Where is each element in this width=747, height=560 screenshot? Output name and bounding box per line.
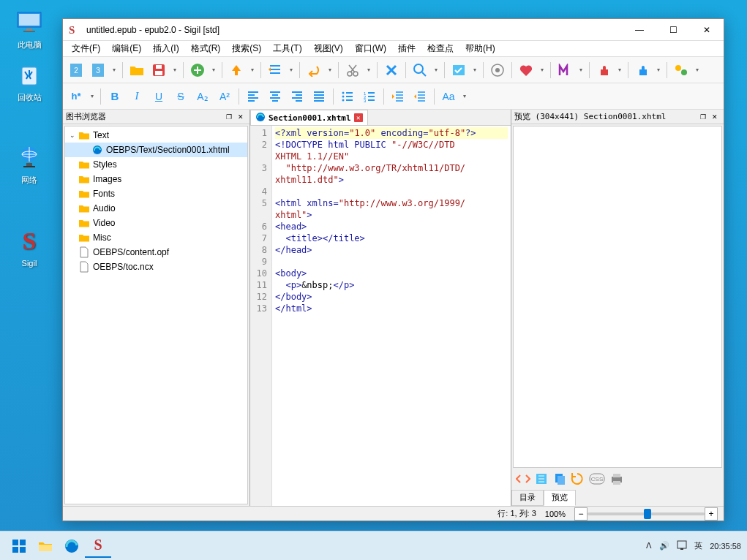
desktop-icon-recycle-bin[interactable]: 回收站 [7,60,51,103]
float-panel-icon[interactable]: ❐ [223,111,235,123]
desktop-icon-network[interactable]: 网络 [7,143,51,186]
menu-format[interactable]: 格式(R) [185,41,227,56]
code-view-icon[interactable] [516,473,530,487]
desktop-icon-this-pc[interactable]: 此电脑 [7,7,51,50]
indent-icon[interactable] [265,60,285,80]
close-panel-icon[interactable]: ✕ [235,111,247,123]
start-button[interactable] [6,534,32,558]
dropdown-icon[interactable]: ▾ [615,60,624,80]
open-folder-icon[interactable] [127,60,147,80]
tree-item[interactable]: OEBPS/Text/Section0001.xhtml [65,143,247,157]
minimize-button[interactable]: — [623,19,656,41]
tools-icon[interactable] [671,60,691,80]
search-icon[interactable] [410,60,430,80]
desktop-icon-sigil[interactable]: S Sigil [7,227,51,268]
panel-header[interactable]: 预览 (304x441) Section0001.xhtml ❐ ✕ [511,110,724,124]
align-left-icon[interactable] [243,86,263,107]
italic-button[interactable]: I [127,86,147,107]
target-icon[interactable] [487,60,508,80]
task-edge[interactable] [59,534,85,558]
underline-button[interactable]: U [149,86,169,107]
zoom-in-button[interactable]: + [705,507,718,521]
metadata-icon[interactable] [555,60,575,80]
subscript-button[interactable]: A₂ [192,86,213,107]
editor-tab[interactable]: Section0001.xhtml ✕ [250,110,368,125]
css-icon[interactable]: CSS [589,473,605,487]
maximize-button[interactable]: ☐ [656,19,690,41]
dropdown-icon[interactable]: ▾ [364,60,373,80]
case-button[interactable]: Aa [438,86,459,107]
tray-ime[interactable]: 英 [694,540,702,551]
refresh-icon[interactable] [570,472,585,488]
zoom-slider[interactable] [588,512,705,515]
tree-item[interactable]: Misc [65,230,247,245]
close-tab-icon[interactable]: ✕ [354,113,363,122]
dropdown-icon[interactable]: ▾ [248,60,257,80]
menu-edit[interactable]: 编辑(E) [106,41,147,56]
list-bullet-icon[interactable] [337,86,358,107]
dropdown-icon[interactable]: ▾ [88,86,97,107]
menu-window[interactable]: 窗口(W) [349,41,392,56]
cut-icon[interactable] [342,60,363,80]
float-panel-icon[interactable]: ❐ [697,111,709,123]
task-sigil[interactable]: S [85,534,111,558]
dropdown-icon[interactable]: ▾ [209,60,218,80]
task-explorer[interactable] [32,534,59,558]
panel-header[interactable]: 图书浏览器 ❐ ✕ [63,110,249,124]
tree-item[interactable]: Images [65,172,247,186]
tray-volume-icon[interactable]: 🔊 [659,541,669,550]
tab-preview[interactable]: 预览 [544,490,576,506]
code-editor[interactable]: 12345678910111213 <?xml version="1.0" en… [250,126,511,506]
tree-item[interactable]: Styles [65,157,247,172]
menu-help[interactable]: 帮助(H) [459,41,501,56]
dropdown-icon[interactable]: ▾ [170,60,179,80]
dropdown-icon[interactable]: ▾ [693,60,702,80]
close-panel-icon[interactable]: ✕ [709,111,721,123]
tree-item[interactable]: ⌄Text [65,128,247,143]
menu-tools[interactable]: 工具(T) [267,41,307,56]
tab-toc[interactable]: 目录 [511,490,544,506]
superscript-button[interactable]: A² [214,86,235,107]
dropdown-icon[interactable]: ▾ [287,60,296,80]
undo-icon[interactable] [304,60,324,80]
strike-button[interactable]: S [170,86,191,107]
file2-icon[interactable]: 2 [66,60,86,80]
dropdown-icon[interactable]: ▾ [470,60,479,80]
tree-item[interactable]: OEBPS/content.opf [65,245,247,260]
favorite-icon[interactable] [516,60,536,80]
dropdown-icon[interactable]: ▾ [577,60,585,80]
menu-file[interactable]: 文件(F) [66,41,106,56]
zoom-out-button[interactable]: − [574,507,588,521]
system-tray[interactable]: ᐱ 🔊 英 20:35:58 [646,540,741,552]
plugin-icon[interactable] [593,60,614,80]
plugin2-icon[interactable] [632,60,653,80]
print-icon[interactable] [609,472,624,488]
dropdown-icon[interactable]: ▾ [326,60,334,80]
file3-icon[interactable]: 3 [88,60,108,80]
validate-icon[interactable] [448,60,469,80]
indent-icon[interactable] [410,86,430,107]
bold-button[interactable]: B [105,86,125,107]
slider-thumb[interactable] [644,509,651,519]
select-icon[interactable] [535,472,548,488]
menu-insert[interactable]: 插入(I) [147,41,184,56]
copy-icon[interactable] [552,472,566,488]
menu-plugins[interactable]: 插件 [392,41,421,56]
list-numbered-icon[interactable]: 123 [359,86,380,107]
tray-chevron-icon[interactable]: ᐱ [646,541,652,550]
dropdown-icon[interactable]: ▾ [654,60,663,80]
dropdown-icon[interactable]: ▾ [460,86,469,107]
tray-time[interactable]: 20:35:58 [710,542,741,550]
tree-item[interactable]: Video [65,216,247,230]
menu-checkpoint[interactable]: 检查点 [421,41,459,56]
remove-icon[interactable] [381,60,402,80]
align-center-icon[interactable] [265,86,285,107]
align-justify-icon[interactable] [309,86,329,107]
tree-item[interactable]: Fonts [65,186,247,201]
code-content[interactable]: <?xml version="1.0" encoding="utf-8"?><!… [272,126,511,506]
dropdown-icon[interactable]: ▾ [538,60,547,80]
dropdown-icon[interactable]: ▾ [432,60,440,80]
menu-view[interactable]: 视图(V) [308,41,349,56]
tree-item[interactable]: Audio [65,201,247,216]
titlebar[interactable]: S untitled.epub - epub2.0 - Sigil [std] … [63,19,724,41]
